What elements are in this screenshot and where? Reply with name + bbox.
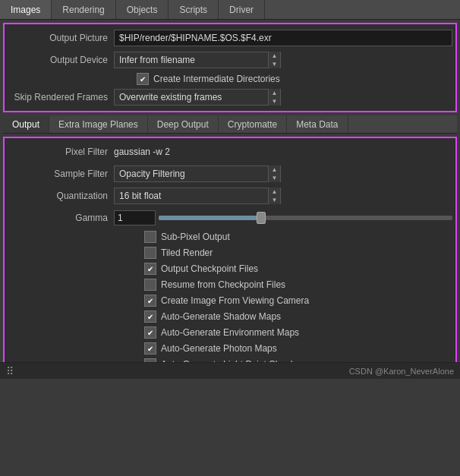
output-settings-section: Output Picture Output Device Infer from … [3, 23, 457, 112]
checkbox-row: Create Image From Viewing Camera [8, 295, 452, 307]
output-picture-field-wrap [114, 30, 452, 46]
skip-rendered-up-arrow[interactable]: ▲ [269, 89, 280, 97]
checkbox-label-5: Auto-Generate Shadow Maps [161, 311, 281, 322]
gamma-row: Gamma [8, 209, 452, 227]
quantization-down-arrow[interactable]: ▼ [269, 196, 280, 204]
checkbox-list: Sub-Pixel OutputTiled RenderOutput Check… [8, 231, 452, 370]
checkbox-row: Sub-Pixel Output [8, 231, 452, 243]
create-intermediate-row: Create Intermediate Directories [8, 73, 452, 85]
output-picture-row: Output Picture [8, 29, 452, 47]
gamma-slider-thumb[interactable] [257, 212, 266, 224]
checkbox-5[interactable] [144, 311, 156, 323]
skip-rendered-row: Skip Rendered Frames Overwrite existing … [8, 88, 452, 106]
quantization-spinner[interactable]: ▲ ▼ [268, 188, 280, 204]
sub-tab-meta-data[interactable]: Meta Data [287, 115, 348, 133]
sub-tab-output[interactable]: Output [3, 115, 49, 133]
quantization-row: Quantization 16 bit float ▲ ▼ [8, 187, 452, 205]
sample-filter-value: Opacity Filtering [115, 167, 268, 181]
gamma-slider-wrap [114, 210, 452, 225]
quantization-up-arrow[interactable]: ▲ [269, 188, 280, 196]
checkbox-3[interactable] [144, 279, 156, 291]
checkbox-label-7: Auto-Generate Photon Maps [161, 343, 277, 354]
checkbox-7[interactable] [144, 342, 156, 355]
sub-tab-bar: Output Extra Image Planes Deep Output Cr… [3, 115, 457, 134]
gamma-label: Gamma [8, 213, 114, 223]
sample-filter-row: Sample Filter Opacity Filtering ▲ ▼ [8, 165, 452, 183]
sub-tab-deep-output[interactable]: Deep Output [148, 115, 219, 133]
output-device-field-wrap: Infer from filename ▲ ▼ [114, 52, 452, 68]
sample-filter-dropdown[interactable]: Opacity Filtering ▲ ▼ [114, 165, 281, 182]
gamma-slider-fill [159, 216, 261, 220]
checkbox-row: Auto-Generate Photon Maps [8, 342, 452, 355]
pixel-filter-value: gaussian -w 2 [114, 147, 452, 157]
sample-filter-up-arrow[interactable]: ▲ [269, 165, 280, 174]
tab-scripts[interactable]: Scripts [169, 0, 219, 19]
gamma-slider-track[interactable] [159, 216, 452, 220]
output-device-label: Output Device [8, 55, 114, 65]
create-intermediate-checkbox[interactable] [137, 73, 149, 85]
checkbox-row: Auto-Generate Shadow Maps [8, 311, 452, 323]
checkbox-label-3: Resume from Checkpoint Files [161, 279, 285, 290]
pixel-filter-row: Pixel Filter gaussian -w 2 [8, 143, 452, 161]
sub-tab-cryptomatte[interactable]: Cryptomatte [219, 115, 287, 133]
sub-tab-extra-image-planes[interactable]: Extra Image Planes [49, 115, 148, 133]
checkbox-row: Tiled Render [8, 247, 452, 259]
skip-rendered-value: Overwrite existing frames [115, 90, 268, 104]
checkbox-row: Output Checkpoint Files [8, 263, 452, 275]
output-picture-label: Output Picture [8, 33, 114, 43]
output-device-spinner[interactable]: ▲ ▼ [268, 52, 280, 68]
tab-objects[interactable]: Objects [116, 0, 169, 19]
output-device-value: Infer from filename [115, 53, 268, 67]
gamma-field-wrap [114, 210, 452, 225]
skip-rendered-down-arrow[interactable]: ▼ [269, 97, 280, 106]
quantization-field-wrap: 16 bit float ▲ ▼ [114, 188, 452, 204]
skip-rendered-spinner[interactable]: ▲ ▼ [268, 89, 280, 106]
output-device-down-arrow[interactable]: ▼ [269, 60, 280, 68]
tab-driver[interactable]: Driver [219, 0, 265, 19]
bottom-credit: CSDN @Karon_NeverAlone [349, 367, 454, 376]
sample-filter-spinner[interactable]: ▲ ▼ [268, 165, 280, 182]
top-tab-bar: Images Rendering Objects Scripts Driver [0, 0, 460, 20]
output-device-row: Output Device Infer from filename ▲ ▼ [8, 51, 452, 69]
checkbox-1[interactable] [144, 247, 156, 259]
sample-filter-field-wrap: Opacity Filtering ▲ ▼ [114, 165, 452, 182]
output-device-dropdown[interactable]: Infer from filename ▲ ▼ [114, 52, 281, 68]
checkbox-row: Resume from Checkpoint Files [8, 279, 452, 291]
skip-rendered-dropdown[interactable]: Overwrite existing frames ▲ ▼ [114, 89, 281, 106]
checkbox-2[interactable] [144, 263, 156, 275]
pixel-filter-label: Pixel Filter [8, 147, 114, 157]
bottom-bar: ⠿ CSDN @Karon_NeverAlone [0, 362, 460, 379]
checkbox-0[interactable] [144, 231, 156, 243]
sample-filter-label: Sample Filter [8, 169, 114, 179]
create-intermediate-label: Create Intermediate Directories [153, 74, 280, 84]
checkbox-4[interactable] [144, 295, 156, 307]
checkbox-label-2: Output Checkpoint Files [161, 263, 258, 274]
sample-filter-down-arrow[interactable]: ▼ [269, 174, 280, 182]
output-device-up-arrow[interactable]: ▲ [269, 52, 280, 60]
output-tab-section: Pixel Filter gaussian -w 2 Sample Filter… [3, 137, 457, 379]
bottom-dots: ⠿ [6, 365, 15, 377]
quantization-label: Quantization [8, 191, 114, 201]
tab-images[interactable]: Images [0, 0, 52, 19]
output-picture-input[interactable] [114, 30, 452, 46]
pixel-filter-text: gaussian -w 2 [114, 147, 170, 157]
skip-rendered-label: Skip Rendered Frames [8, 92, 114, 102]
checkbox-label-6: Auto-Generate Environment Maps [161, 327, 299, 338]
gamma-input[interactable] [114, 210, 156, 225]
quantization-value: 16 bit float [115, 189, 268, 203]
checkbox-label-4: Create Image From Viewing Camera [161, 295, 309, 306]
tab-rendering[interactable]: Rendering [52, 0, 115, 19]
skip-rendered-field-wrap: Overwrite existing frames ▲ ▼ [114, 89, 452, 106]
checkbox-label-1: Tiled Render [161, 247, 213, 258]
quantization-dropdown[interactable]: 16 bit float ▲ ▼ [114, 188, 281, 204]
checkbox-6[interactable] [144, 326, 156, 339]
checkbox-row: Auto-Generate Environment Maps [8, 326, 452, 339]
checkbox-label-0: Sub-Pixel Output [161, 232, 230, 242]
